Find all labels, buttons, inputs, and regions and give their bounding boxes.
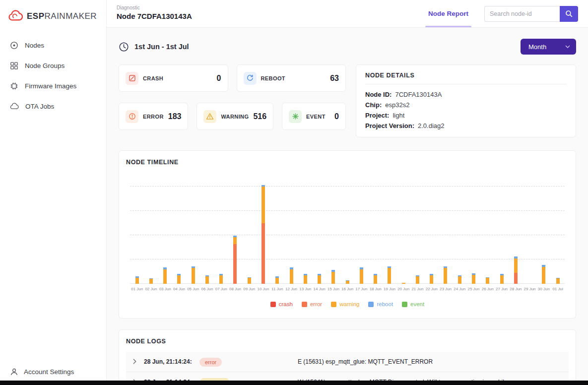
sidebar-item-node-groups[interactable]: Node Groups [0,56,106,76]
stacked-bar [500,274,504,284]
account-icon [10,368,18,376]
legend-item-warning[interactable]: warning [331,301,359,307]
x-tick-label: 30 Jun [537,287,551,291]
bar-segment-warning [290,269,293,284]
x-tick-label: 03 Jun [158,287,172,291]
bar-segment-warning [205,276,209,284]
stacked-bar [458,275,461,284]
bar-slot-01-jun [130,181,144,284]
detail-row: Project Version:2.0.diag2 [365,121,567,131]
warning-icon [203,110,216,123]
legend-swatch-event [402,302,407,307]
legend-swatch-warning [331,302,336,307]
x-tick-label: 01 Jun [130,287,144,291]
x-tick-label: 15 Jun [327,287,340,291]
stacked-bar [177,274,181,284]
timeline-chart [130,181,565,284]
stacked-bar [486,277,489,284]
period-dropdown[interactable]: Month [521,39,576,55]
legend-label: event [410,301,424,307]
stacked-bar [542,265,545,284]
node-details-rows: Node ID:7CDFA130143AChip:esp32s2Project:… [365,89,567,131]
tab-node-report[interactable]: Node Report [425,0,471,27]
page-title: Node 7CDFA130143A [117,12,192,20]
bar-slot-22-jun [425,181,439,284]
bar-segment-warning [135,278,139,284]
bar-segment-warning [402,283,405,284]
detail-label: Node ID: [365,91,392,98]
detail-row: Node ID:7CDFA130143A [365,89,567,100]
search-input[interactable] [484,6,560,22]
log-level-badge: error [199,358,222,367]
bar-slot-02-jun [144,181,158,284]
bar-segment-warning [542,267,545,284]
toolbar-row: 1st Jun - 1st Jul Month [119,39,576,55]
expand-chevron-icon[interactable] [133,357,144,366]
bar-slot-06-jun [200,181,214,284]
bar-segment-warning [331,272,335,284]
stacked-bar [374,274,377,284]
stat-label-reboot: REBOOT [261,75,285,81]
legend-item-error[interactable]: error [302,301,322,307]
sidebar-item-label: Nodes [25,42,44,49]
stacked-bar [346,280,349,284]
x-tick-label: 24 Jun [453,287,466,291]
bar-segment-error [233,244,237,284]
nodes-icon [10,41,18,50]
x-tick-label: 19 Jun [383,287,396,291]
search-icon [565,10,573,17]
x-tick-label: 27 Jun [495,287,509,291]
stacked-bar [248,277,251,284]
bar-segment-warning [374,275,377,284]
bar-slot-11-jun [270,181,284,284]
bar-slot-25-jun [466,181,480,284]
bar-slot-21-jun [410,181,424,284]
x-tick-label: 01 Jul [551,287,565,291]
bar-slot-12-jun [284,181,298,284]
stat-value-error: 183 [168,112,182,121]
x-tick-label: 07 Jun [214,287,228,291]
stacked-bar [331,270,335,284]
legend-item-event[interactable]: event [402,301,424,307]
esp-cloud-logo-icon [8,10,23,22]
detail-label: Project Version: [365,122,414,129]
search-button[interactable] [560,6,578,22]
detail-value: light [392,112,404,119]
stacked-bar [135,276,139,284]
x-tick-label: 08 Jun [228,287,242,291]
stat-card-reboot: REBOOT63 [237,64,346,92]
stat-label-event: EVENT [306,114,326,120]
detail-row: Project:light [365,110,567,121]
brand-logo[interactable]: ESPRAINMAKER [0,0,106,35]
legend-label: error [310,301,322,307]
sidebar-item-label: Account Settings [24,368,74,376]
bar-segment-warning [233,237,237,245]
node-details-panel: NODE DETAILS Node ID:7CDFA130143AChip:es… [356,64,576,137]
sidebar-item-ota-jobs[interactable]: OTA Jobs [0,96,106,116]
node-timeline-panel: NODE TIMELINE 01 Jun02 Jun03 Jun04 Jun05… [119,150,576,319]
legend-swatch-reboot [368,302,374,307]
bar-slot-17-jun [354,181,368,284]
legend-item-crash[interactable]: crash [270,301,293,307]
stat-card-event: EVENT0 [282,103,346,130]
x-tick-label: 14 Jun [312,287,326,291]
stacked-bar [261,185,265,284]
stacked-bar [556,278,560,284]
stat-value-crash: 0 [217,74,221,83]
sidebar-nav: NodesNode GroupsFirmware ImagesOTA Jobs [0,35,106,116]
log-row[interactable]: 28 Jun, 21:14:24:errorE (15631) esp_mqtt… [126,352,569,372]
x-tick-label: 28 Jun [509,287,523,291]
bar-slot-15-jun [327,181,340,284]
sidebar-item-nodes[interactable]: Nodes [0,35,106,56]
stat-value-warning: 516 [253,112,266,121]
stats-area: CRASH0REBOOT63 ERROR183WARNING516EVENT0 [119,64,346,130]
stat-label-crash: CRASH [143,75,163,81]
bar-slot-28-jun [509,181,523,284]
legend-item-reboot[interactable]: reboot [368,301,393,307]
stat-label-warning: WARNING [221,114,249,120]
period-dropdown-label: Month [528,43,546,51]
node-details-title: NODE DETAILS [365,72,567,84]
bar-slot-30-jun [537,181,551,284]
stacked-bar [402,283,405,284]
sidebar-item-firmware-images[interactable]: Firmware Images [0,76,106,96]
